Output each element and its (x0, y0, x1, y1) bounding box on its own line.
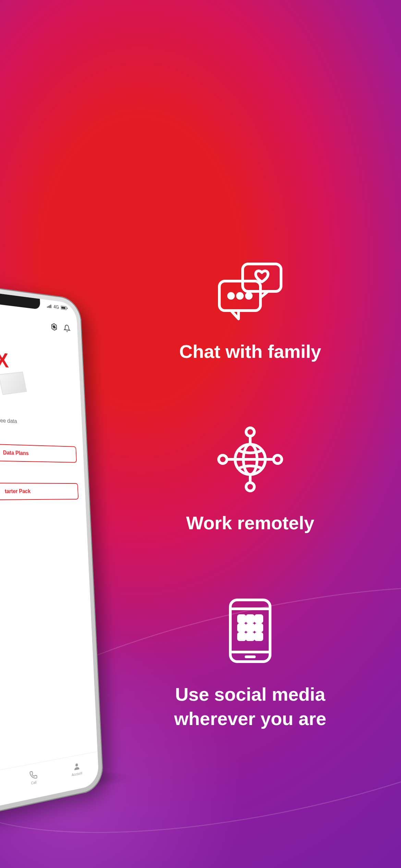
how-it-works-link[interactable]: oes it work? (0, 430, 76, 440)
account-icon (73, 761, 81, 772)
phone-frame: 4G IROAM X % (0, 280, 104, 820)
svg-rect-35 (256, 625, 262, 631)
data-plans-button[interactable]: Data Plans (0, 443, 77, 463)
svg-point-14 (246, 293, 251, 298)
feature-work: Work remotely (186, 425, 314, 535)
feature-chat: Chat with family (179, 261, 321, 363)
svg-rect-3 (50, 305, 51, 308)
phone-status-bar: 4G (47, 303, 68, 311)
svg-rect-36 (239, 634, 245, 640)
svg-rect-34 (247, 625, 253, 631)
nav-account-label: Account (72, 771, 82, 777)
svg-rect-38 (256, 634, 262, 640)
svg-rect-0 (47, 306, 48, 308)
phone-content: and starter pack our free data oes it wo… (0, 414, 79, 511)
phone-screen: 4G IROAM X % (0, 286, 99, 813)
svg-rect-6 (61, 306, 65, 309)
phone-mockup: 4G IROAM X % (0, 280, 104, 820)
starter-pack-button[interactable]: tarter Pack (0, 483, 78, 501)
svg-point-9 (75, 763, 78, 767)
feature-social: Use social media wherever you are (174, 596, 326, 730)
nav-account[interactable]: Account (71, 761, 83, 777)
phone-notch (0, 292, 40, 310)
globe-network-icon (216, 425, 284, 494)
content-description: and starter pack our free data (0, 414, 75, 428)
card-envelope (0, 372, 27, 395)
svg-point-12 (229, 293, 233, 298)
discount-icon[interactable]: % (50, 323, 58, 331)
starter-pack-text: ive your starter pack (0, 471, 77, 478)
bell-icon[interactable] (63, 324, 71, 333)
svg-rect-2 (49, 305, 50, 308)
svg-rect-5 (67, 308, 68, 309)
svg-rect-1 (48, 306, 49, 308)
svg-rect-32 (256, 616, 262, 622)
header-icons: % (50, 323, 71, 333)
nav-call-label: Call (31, 780, 37, 785)
chat-icon (216, 261, 284, 322)
svg-rect-33 (239, 625, 245, 631)
feature-work-label: Work remotely (186, 511, 314, 535)
card-x-logo: X (0, 348, 9, 372)
phone-apps-icon (226, 596, 274, 665)
nav-call[interactable]: Call (29, 770, 38, 785)
svg-rect-30 (239, 616, 245, 622)
svg-text:%: % (53, 325, 56, 329)
feature-chat-label: Chat with family (179, 339, 321, 363)
svg-rect-31 (247, 616, 253, 622)
svg-rect-37 (247, 634, 253, 640)
phone-card-graphic: X (0, 332, 74, 410)
network-label: 4G (53, 304, 59, 310)
battery-icon (61, 305, 68, 310)
feature-social-label: Use social media wherever you are (174, 682, 326, 730)
feature-list: Chat with family (134, 261, 367, 731)
signal-icon (47, 304, 52, 308)
svg-point-13 (238, 293, 242, 298)
call-icon (29, 770, 38, 780)
